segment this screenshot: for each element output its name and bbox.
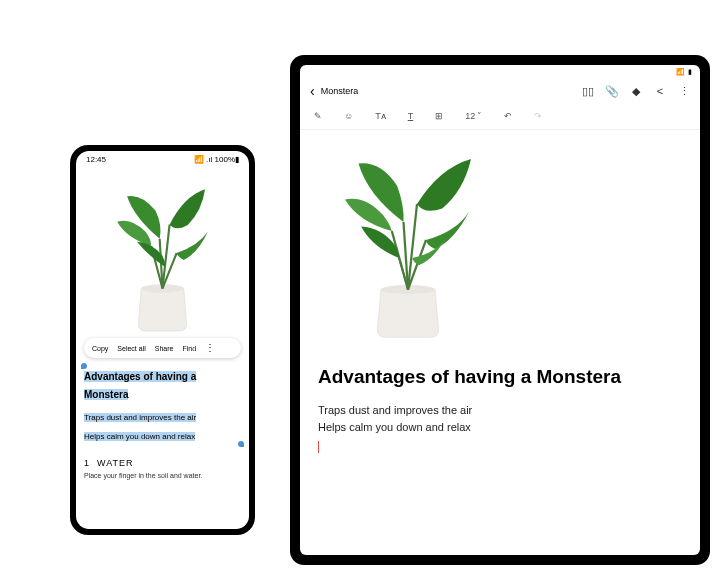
more-icon[interactable]: ⋮	[678, 85, 690, 97]
phone-content: Copy Select all Share Find ⋮ Advantages …	[76, 338, 249, 479]
undo-icon[interactable]: ↶	[504, 111, 512, 121]
text-style-icon[interactable]: Tᴀ	[375, 111, 386, 121]
text-cursor	[318, 441, 319, 453]
note-line-2[interactable]: Helps calm you down and relax	[318, 421, 471, 433]
selected-line-2[interactable]: Helps calm you down and relax	[84, 432, 195, 441]
phone-time: 12:45	[86, 155, 106, 164]
selected-title[interactable]: Advantages of having a Monstera	[84, 371, 196, 400]
section-body: Place your finger in the soil and water.	[84, 472, 241, 479]
redo-icon[interactable]: ↷	[534, 111, 542, 121]
tablet-device: 📶 ▮ ‹ Monstera ▯▯ 📎 ◆ < ⋮ ✎ ☺ Tᴀ T ⊞ 12 …	[290, 55, 710, 565]
text-format-icon[interactable]: T	[408, 111, 414, 121]
table-tool-icon[interactable]: ⊞	[435, 111, 443, 121]
battery-label: .ıl 100%▮	[206, 155, 239, 164]
find-button[interactable]: Find	[182, 345, 196, 352]
tablet-editor-body[interactable]: Advantages of having a Monstera Traps du…	[300, 130, 700, 555]
signal-icon: 📶	[194, 155, 204, 164]
reader-mode-icon[interactable]: ▯▯	[582, 85, 594, 97]
phone-device: 12:45 📶 .ıl 100%▮	[70, 145, 255, 535]
tablet-header: ‹ Monstera ▯▯ 📎 ◆ < ⋮	[300, 79, 700, 107]
editor-toolbar: ✎ ☺ Tᴀ T ⊞ 12 ˅ ↶ ↷	[300, 107, 700, 130]
phone-status-right: 📶 .ıl 100%▮	[194, 155, 239, 164]
selection-handle-end[interactable]	[238, 441, 244, 447]
font-size-selector[interactable]: 12 ˅	[465, 111, 482, 121]
note-title[interactable]: Advantages of having a Monstera	[318, 366, 682, 388]
selected-line-1[interactable]: Traps dust and improves the air	[84, 413, 196, 422]
document-title: Monstera	[321, 86, 576, 96]
tag-icon[interactable]: ◆	[630, 85, 642, 97]
emoji-tool-icon[interactable]: ☺	[344, 111, 353, 121]
tablet-screen: 📶 ▮ ‹ Monstera ▯▯ 📎 ◆ < ⋮ ✎ ☺ Tᴀ T ⊞ 12 …	[300, 65, 700, 555]
more-options-icon[interactable]: ⋮	[205, 343, 215, 353]
select-all-button[interactable]: Select all	[117, 345, 145, 352]
context-menu: Copy Select all Share Find ⋮	[84, 338, 241, 358]
section-number: 1	[84, 458, 89, 468]
phone-screen: 12:45 📶 .ıl 100%▮	[76, 151, 249, 529]
copy-button[interactable]: Copy	[92, 345, 108, 352]
battery-icon: ▮	[688, 68, 692, 76]
tablet-plant-image[interactable]	[318, 130, 682, 350]
wifi-icon: 📶	[676, 68, 685, 76]
note-line-1[interactable]: Traps dust and improves the air	[318, 404, 472, 416]
selection-handle-start[interactable]	[81, 363, 87, 369]
pen-tool-icon[interactable]: ✎	[314, 111, 322, 121]
note-body[interactable]: Traps dust and improves the air Helps ca…	[318, 402, 682, 435]
tablet-status-bar: 📶 ▮	[300, 65, 700, 79]
back-button[interactable]: ‹	[310, 83, 315, 99]
section-title: WATER	[97, 458, 134, 468]
selected-text-block[interactable]: Advantages of having a Monstera Traps du…	[84, 366, 241, 444]
phone-status-bar: 12:45 📶 .ıl 100%▮	[76, 151, 249, 168]
phone-plant-image	[76, 168, 249, 338]
section-header: 1 WATER	[84, 458, 241, 468]
attachment-icon[interactable]: 📎	[606, 85, 618, 97]
header-actions: ▯▯ 📎 ◆ < ⋮	[582, 85, 690, 97]
share-button[interactable]: Share	[155, 345, 174, 352]
share-icon[interactable]: <	[654, 85, 666, 97]
